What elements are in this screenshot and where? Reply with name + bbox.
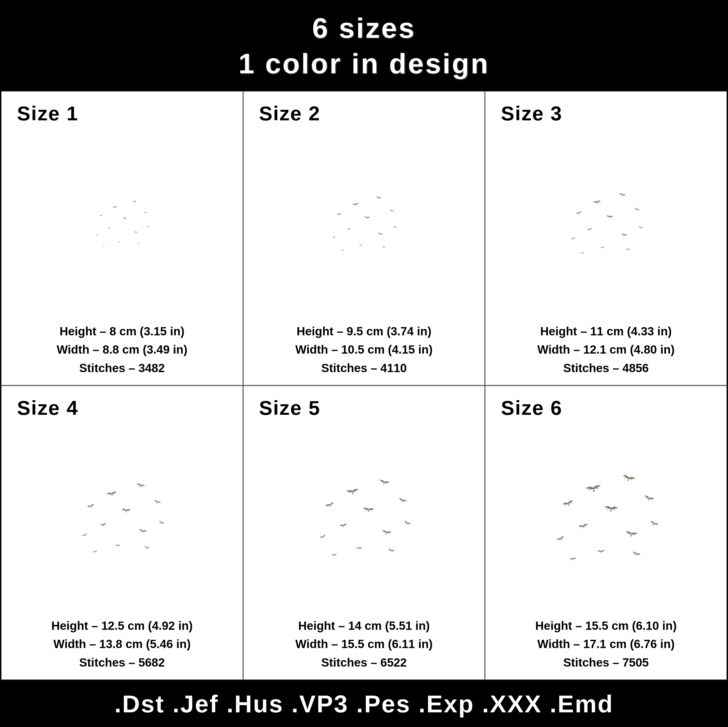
size-cell-3: Size 3 [485,91,727,385]
bat-image-5 [251,425,477,611]
bat-image-1 [9,130,235,317]
header: 6 sizes 1 color in design [0,0,728,90]
header-line1: 6 sizes [312,12,416,44]
size-cell-2: Size 2 [243,91,485,385]
specs-3: Height – 11 cm (4.33 in)Width – 12.1 cm … [537,322,675,377]
size-cell-1: Size 1 [1,91,243,385]
specs-1: Height – 8 cm (3.15 in)Width – 8.8 cm (3… [57,322,187,377]
size-label-3: Size 3 [493,102,562,125]
specs-5: Height – 14 cm (5.51 in)Width – 15.5 cm … [295,617,433,672]
bat-image-3 [493,130,719,317]
specs-2: Height – 9.5 cm (3.74 in)Width – 10.5 cm… [295,322,433,377]
size-label-1: Size 1 [9,102,78,125]
size-cell-4: Size 4 [1,385,243,680]
footer: .Dst .Jef .Hus .VP3 .Pes .Exp .XXX .Emd [0,681,728,727]
bat-image-6 [493,425,719,611]
header-line2: 1 color in design [239,47,489,79]
size-label-5: Size 5 [251,396,321,420]
bat-image-2 [251,130,477,317]
size-grid: Size 1 [0,90,728,681]
size-label-6: Size 6 [493,396,562,420]
specs-6: Height – 15.5 cm (6.10 in)Width – 17.1 c… [535,617,677,672]
size-label-2: Size 2 [251,102,321,125]
specs-4: Height – 12.5 cm (4.92 in)Width – 13.8 c… [52,617,193,672]
header-title: 6 sizes 1 color in design [5,10,723,81]
size-label-4: Size 4 [9,396,78,420]
size-cell-5: Size 5 [243,385,485,680]
bat-image-4 [9,425,235,611]
footer-formats: .Dst .Jef .Hus .VP3 .Pes .Exp .XXX .Emd [5,690,723,718]
size-cell-6: Size 6 [485,385,727,680]
